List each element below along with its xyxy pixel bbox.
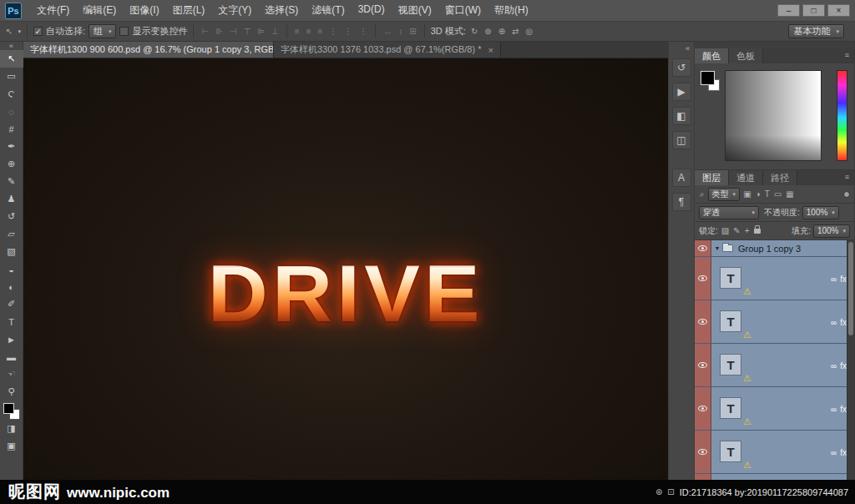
- dodge-tool[interactable]: ◐: [0, 278, 23, 295]
- lock-all-icon[interactable]: [754, 229, 761, 234]
- menu-3d[interactable]: 3D(D): [352, 0, 392, 21]
- auto-select-dropdown[interactable]: 组 ▾: [89, 24, 117, 38]
- text-layer-row[interactable]: T ⚠ ∞ fx: [695, 431, 854, 474]
- type-tool[interactable]: T: [0, 313, 23, 330]
- 3d-slide-icon[interactable]: ⇄: [510, 28, 520, 36]
- eyedropper-tool[interactable]: ✒: [0, 138, 23, 155]
- fill-input[interactable]: 100% ▾: [813, 224, 850, 238]
- distribute-horizontal-centers-icon[interactable]: ⋮: [342, 28, 354, 36]
- 3d-orbit-icon[interactable]: ↻: [469, 28, 479, 36]
- layer-visibility-toggle[interactable]: [695, 257, 711, 300]
- distribute-top-icon[interactable]: ≡: [293, 28, 301, 36]
- tab-swatches[interactable]: 色板: [729, 48, 763, 63]
- hand-tool[interactable]: ☜: [0, 365, 23, 383]
- quick-mask-icon[interactable]: ◨: [0, 420, 23, 437]
- document-tab-active[interactable]: 字体样机1300 900 600.psd @ 16.7% (Group 1 co…: [23, 42, 274, 58]
- layers-scrollbar[interactable]: [847, 240, 854, 480]
- path-selection-tool[interactable]: ►: [0, 330, 23, 348]
- menu-type[interactable]: 文字(Y): [211, 0, 258, 21]
- properties-panel-icon[interactable]: ◫: [672, 131, 691, 149]
- align-bottom-edges-icon[interactable]: ⊥: [270, 28, 281, 36]
- history-brush-tool[interactable]: ↺: [0, 208, 23, 225]
- menu-file[interactable]: 文件(F): [30, 0, 76, 21]
- toolbar-collapse-icon[interactable]: «: [9, 42, 13, 50]
- menu-help[interactable]: 帮助(H): [488, 0, 535, 21]
- distribute-left-icon[interactable]: ⋮: [327, 28, 339, 36]
- text-layer-row[interactable]: T ⚠ ∞ fx: [695, 474, 854, 480]
- close-tab-icon[interactable]: ×: [488, 45, 493, 55]
- menu-edit[interactable]: 编辑(E): [76, 0, 123, 21]
- layer-effects-badge[interactable]: fx: [840, 404, 847, 413]
- foreground-color-swatch[interactable]: [701, 71, 715, 85]
- filter-type-layers-icon[interactable]: T: [764, 190, 771, 199]
- tab-color[interactable]: 颜色: [695, 48, 729, 63]
- menu-select[interactable]: 选择(S): [258, 0, 305, 21]
- foreground-color-swatch[interactable]: [3, 403, 14, 414]
- show-transform-checkbox[interactable]: [119, 27, 129, 36]
- text-layer-thumbnail[interactable]: T: [720, 397, 741, 419]
- group-visibility-toggle[interactable]: [695, 240, 711, 256]
- move-tool-indicator-icon[interactable]: ↖: [4, 28, 14, 36]
- menu-window[interactable]: 窗口(W): [438, 0, 488, 21]
- layer-effects-badge[interactable]: fx: [840, 317, 847, 326]
- character-panel-icon[interactable]: A: [672, 169, 691, 187]
- text-layer-thumbnail[interactable]: T: [720, 310, 741, 332]
- layer-group-row[interactable]: ▾ Group 1 copy 3: [695, 240, 854, 257]
- 3d-roll-icon[interactable]: ⊚: [483, 28, 493, 36]
- document-tab-inactive[interactable]: 字体样机3300 1376 1033.psd @ 67.1%(RGB/8) * …: [274, 42, 501, 58]
- filter-shape-layers-icon[interactable]: ▭: [773, 190, 782, 199]
- align-to-selection-icon[interactable]: ⊞: [407, 28, 417, 36]
- text-layer-thumbnail[interactable]: T: [720, 354, 741, 375]
- photoshop-logo[interactable]: Ps: [5, 3, 22, 19]
- history-panel-icon[interactable]: ↺: [672, 58, 691, 77]
- lock-position-icon[interactable]: +: [744, 227, 751, 235]
- brush-tool[interactable]: ✎: [0, 173, 23, 190]
- menu-image[interactable]: 图像(I): [123, 0, 165, 21]
- menu-filter[interactable]: 滤镜(T): [305, 0, 351, 21]
- lock-image-pixels-icon[interactable]: ✎: [732, 227, 741, 235]
- scrollbar-thumb[interactable]: [848, 242, 853, 335]
- text-layer-row[interactable]: T ⚠ ∞ fx: [695, 257, 854, 300]
- screen-mode-icon[interactable]: ▣: [0, 437, 23, 455]
- crop-tool[interactable]: #: [0, 120, 23, 138]
- paragraph-panel-icon[interactable]: ¶: [672, 193, 691, 211]
- menu-layer[interactable]: 图层(L): [166, 0, 212, 21]
- marquee-tool[interactable]: ▭: [0, 68, 23, 85]
- eraser-tool[interactable]: ▱: [0, 225, 23, 243]
- distribute-bottom-icon[interactable]: ≡: [316, 28, 324, 36]
- lasso-tool[interactable]: Ϛ: [0, 85, 23, 103]
- layers-panel-menu-icon[interactable]: ≡: [840, 170, 854, 185]
- quick-selection-tool[interactable]: ◌: [0, 103, 23, 120]
- canvas[interactable]: DRIVE: [23, 58, 668, 480]
- hue-slider[interactable]: [837, 70, 847, 161]
- layer-visibility-toggle[interactable]: [695, 387, 711, 430]
- tab-paths[interactable]: 路径: [763, 170, 797, 185]
- rectangle-tool[interactable]: ▬: [0, 348, 23, 365]
- distribute-horizontal-space-icon[interactable]: ↔: [382, 28, 393, 36]
- gradient-tool[interactable]: ▧: [0, 243, 23, 260]
- distribute-vertical-centers-icon[interactable]: ≡: [305, 28, 313, 36]
- clone-stamp-tool[interactable]: ♟: [0, 190, 23, 208]
- distribute-right-icon[interactable]: ⋮: [357, 28, 369, 36]
- group-expand-icon[interactable]: ▾: [716, 244, 719, 252]
- 3d-drag-icon[interactable]: ⊕: [497, 28, 507, 36]
- layer-visibility-toggle[interactable]: [695, 344, 711, 386]
- tab-layers[interactable]: 图层: [695, 170, 729, 185]
- align-right-edges-icon[interactable]: ⊣: [228, 28, 239, 36]
- tab-channels[interactable]: 通道: [729, 170, 763, 185]
- filter-adjustment-layers-icon[interactable]: ◑: [755, 190, 761, 199]
- color-panel-menu-icon[interactable]: ≡: [840, 48, 854, 63]
- filter-smart-objects-icon[interactable]: ▦: [785, 190, 794, 199]
- actions-panel-icon[interactable]: ▶: [672, 83, 691, 101]
- move-tool[interactable]: ↖: [0, 50, 23, 68]
- filter-type-dropdown[interactable]: 类型 ▾: [708, 188, 741, 201]
- layer-visibility-toggle[interactable]: [695, 474, 711, 480]
- text-layer-row[interactable]: T ⚠ ∞ fx: [695, 387, 854, 431]
- healing-brush-tool[interactable]: ⊕: [0, 155, 23, 173]
- tool-preset-arrow-icon[interactable]: ▾: [18, 28, 21, 35]
- maximize-button[interactable]: □: [802, 4, 825, 17]
- text-layer-row[interactable]: T ⚠ ∞ fx: [695, 344, 854, 387]
- layer-effects-badge[interactable]: fx: [840, 360, 847, 370]
- color-swatches[interactable]: [3, 403, 20, 420]
- layer-visibility-toggle[interactable]: [695, 300, 711, 343]
